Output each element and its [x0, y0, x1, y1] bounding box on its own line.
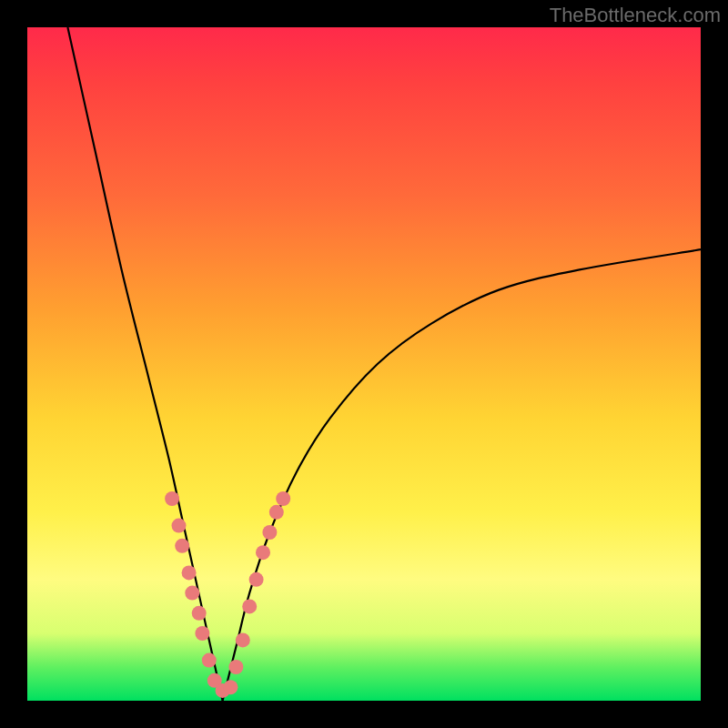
marker-point [223, 680, 238, 694]
chart-svg [27, 27, 701, 701]
watermark-text: TheBottleneck.com [550, 4, 721, 27]
curve-left-branch [67, 27, 222, 701]
curve-right-branch [223, 249, 701, 701]
marker-point [182, 565, 197, 580]
plot-area [27, 27, 701, 701]
bottleneck-curve [67, 27, 701, 701]
marker-point [185, 586, 199, 601]
marker-point [165, 491, 179, 506]
marker-point [202, 653, 217, 668]
marker-point [192, 606, 207, 621]
marker-point [276, 491, 290, 506]
marker-point [195, 626, 209, 641]
marker-point [262, 525, 277, 540]
marker-point [256, 545, 270, 560]
marker-point [249, 572, 264, 587]
marker-point [269, 505, 284, 520]
highlight-markers [165, 491, 290, 698]
chart-frame: TheBottleneck.com [0, 0, 728, 728]
marker-point [172, 519, 187, 533]
marker-point [175, 539, 189, 553]
marker-point [228, 660, 243, 674]
marker-point [242, 599, 257, 613]
marker-point [236, 632, 250, 647]
